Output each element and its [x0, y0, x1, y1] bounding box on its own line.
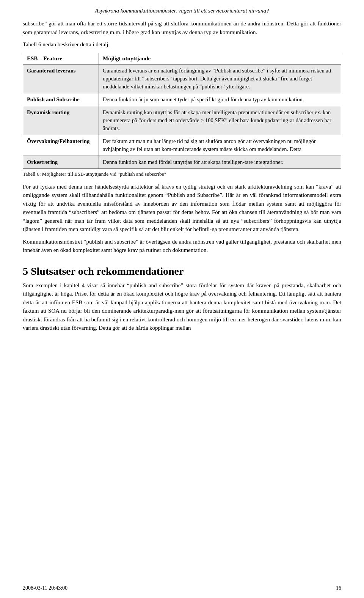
- page-header: Asynkrona kommunikationsmönster, vägen t…: [23, 8, 341, 14]
- esb-feature-table: ESB – Feature Möjligt utnyttjande Garant…: [23, 53, 341, 169]
- table-cell-description: Denna funktion är ju som namnet tyder på…: [99, 93, 341, 106]
- middle-paragraph-1: För att lyckas med denna mer händelsesty…: [23, 183, 341, 234]
- table-cell-description: Denna funktion kan med fördel utnyttjas …: [99, 156, 341, 168]
- table-row: Dynamisk routingDynamisk routing kan utn…: [23, 106, 341, 135]
- table-header-usage: Möjligt utnyttjande: [99, 53, 341, 64]
- table-cell-description: Det faktum att man nu har längre tid på …: [99, 135, 341, 156]
- table-row: Övervakning/FelhanteringDet faktum att m…: [23, 135, 341, 156]
- table-header-feature: ESB – Feature: [23, 53, 99, 64]
- middle-paragraph-2: Kommunikationsmönstret “publish and subs…: [23, 238, 341, 255]
- table-row: Garanterad leveransGaranterad leverans ä…: [23, 64, 341, 93]
- table-cell-feature: Publish and Subscribe: [23, 93, 99, 106]
- intro-paragraph-1: subscribe” gör att man ofta har ett stör…: [23, 19, 341, 36]
- table-cell-feature: Dynamisk routing: [23, 106, 99, 135]
- table-row: Publish and SubscribeDenna funktion är j…: [23, 93, 341, 106]
- footer-page: 16: [336, 585, 341, 591]
- page-footer: 2008-03-11 20:43:00 16: [23, 585, 341, 591]
- table-caption: Tabell 6: Möjligheter till ESB-utnyttjan…: [23, 171, 341, 177]
- table-cell-feature: Övervakning/Felhantering: [23, 135, 99, 156]
- table-cell-feature: Orkestrering: [23, 156, 99, 168]
- table-cell-description: Dynamisk routing kan utnyttjas för att s…: [99, 106, 341, 135]
- section-paragraph-1: Som exemplen i kapitel 4 visar så innebä…: [23, 281, 341, 332]
- footer-date: 2008-03-11 20:43:00: [23, 585, 67, 591]
- section-heading: 5 Slutsatser och rekommendationer: [23, 265, 341, 277]
- table-cell-feature: Garanterad leverans: [23, 64, 99, 93]
- intro-paragraph-2: Tabell 6 nedan beskriver detta i detalj.: [23, 40, 341, 49]
- table-cell-description: Garanterad leverans är en naturlig förlä…: [99, 64, 341, 93]
- table-row: OrkestreringDenna funktion kan med förde…: [23, 156, 341, 168]
